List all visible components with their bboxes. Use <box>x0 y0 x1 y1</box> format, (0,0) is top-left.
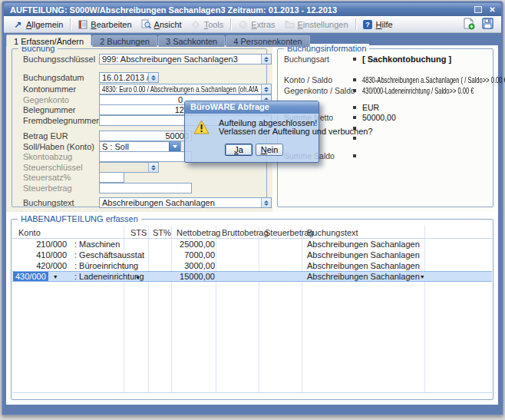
col-header-steuer: Steuerbetrag <box>259 228 302 239</box>
no-button[interactable]: Nein <box>256 144 283 156</box>
dropdown-icon[interactable]: ▼ <box>135 275 140 280</box>
table-bottom-line <box>12 392 492 393</box>
cell-konto-edit[interactable]: 430/000 <box>13 272 48 281</box>
field-label: Betrag EUR <box>23 131 68 141</box>
info-row: Konto / Saldo 4830-Abschreibungen a.Sach… <box>284 75 490 85</box>
cell-buchungstext: Abschreibungen Sachanlagen <box>307 272 420 281</box>
field-label: Steuersatz% <box>23 173 71 182</box>
tab-personenkonten[interactable]: 4 Personenkonten <box>226 35 309 47</box>
buchungsschluessel-combo[interactable]: 999: Abschreibungen Sachanlagen3 <box>99 54 272 64</box>
dialog-titlebar[interactable]: BüroWARE Abfrage <box>185 101 319 114</box>
field-label: Buchungsschlüssel <box>23 55 95 64</box>
table-row[interactable]: 410/000 : Geschäftsausstat 7000,00 Absch… <box>12 250 492 260</box>
spinner-icon[interactable] <box>148 163 158 172</box>
bullet-icon <box>353 116 356 119</box>
arrow-ne-icon: ↗ <box>13 19 23 29</box>
restore-box-glyph <box>474 6 482 13</box>
info-value: [ Sachkontobuchung ] <box>362 55 451 64</box>
combo-value: 999: Abschreibungen Sachanlagen3 <box>100 55 261 64</box>
field-label: Soll/Haben (Konto) <box>23 142 94 151</box>
field-row: Buchungstext Abschreibungen Sachanlagen <box>23 197 259 208</box>
spinner-icon[interactable] <box>261 198 271 207</box>
tab-buchungen[interactable]: 2 Buchungen <box>92 35 157 47</box>
steuerbetrag-input[interactable] <box>99 183 192 193</box>
combo-value <box>100 163 148 172</box>
table-row-selected[interactable]: 430/000 ▼ : Ladeneinrichtung ▼ 15000,00 … <box>12 271 492 282</box>
combo-value: 16.01.2013 /M4 <box>100 73 148 82</box>
field-label: Buchungstext <box>23 198 74 207</box>
field-row: Buchungsschlüssel 999: Abschreibungen Sa… <box>23 54 259 64</box>
table-body: 210/000 : Maschinen 25000,00 Abschreibun… <box>12 239 492 282</box>
close-icon[interactable]: ✕ <box>487 5 498 15</box>
info-value: 4830-Abschreibungen a.Sachanlagen ( / Sa… <box>362 75 505 84</box>
save-icon[interactable] <box>482 18 493 31</box>
groupbox-haben-legend: HABENAUFTEILUNG erfassen <box>18 214 141 223</box>
yes-button[interactable]: Ja <box>225 144 252 156</box>
field-label: Steuerbetrag <box>23 184 72 193</box>
restore-icon[interactable] <box>472 5 484 15</box>
steuerschluessel-combo[interactable] <box>99 162 159 173</box>
tab-sachkonten[interactable]: 3 Sachkonten <box>158 35 225 47</box>
buchungstext-combo[interactable]: Abschreibungen Sachanlagen <box>99 197 272 208</box>
menu-bearbeiten[interactable]: Bearbeiten <box>73 18 136 31</box>
betrag-input[interactable] <box>99 131 192 141</box>
dropdown-arrow-icon[interactable] <box>169 142 180 151</box>
field-row: Steuersatz% <box>23 172 259 183</box>
menu-extras[interactable]: Extras <box>233 18 279 31</box>
cell-netto: 25000,00 <box>172 240 216 249</box>
menu-ansicht[interactable]: Ansicht <box>137 18 186 31</box>
menu-label: Einstellungen <box>298 20 348 29</box>
info-row: Buchungsart [ Sachkontobuchung ] <box>284 55 490 64</box>
panel-habenaufteilung: HABENAUFTEILUNG erfassen Konto STS ST% N… <box>6 212 498 405</box>
menu-tools[interactable]: Tools <box>186 18 229 31</box>
menu-separator <box>230 18 231 31</box>
col-header-stp: ST% <box>149 228 172 239</box>
bullet-icon <box>353 106 356 109</box>
notebook-icon <box>78 19 87 29</box>
dropdown-icon[interactable]: ▼ <box>53 274 58 279</box>
field-label: Gegenkonto <box>23 95 69 104</box>
combo-value: 4830: Euro 0.00 / Abschreibungen a.Sacha… <box>103 84 259 94</box>
menu-hilfe[interactable]: ? Hilfe <box>358 18 398 31</box>
info-label: Konto / Saldo <box>284 75 332 84</box>
cell-konto: 420/000 <box>12 261 71 270</box>
menu-separator <box>355 18 356 31</box>
sollhaben-combo[interactable]: S : Soll <box>99 141 181 152</box>
field-row: Steuerbetrag <box>23 183 259 193</box>
cell-konto-name: : Ladeneinrichtung <box>71 272 124 281</box>
skontoabzug-input[interactable] <box>99 151 192 162</box>
belegnummer-input[interactable] <box>99 104 192 115</box>
steuersatz-input[interactable] <box>99 172 124 183</box>
col-header-buchungstext: Buchungstext <box>302 228 425 239</box>
spinner-icon[interactable] <box>261 55 271 64</box>
kontonummer-combo[interactable]: 4830: Euro 0.00 / Abschreibungen a.Sacha… <box>99 84 272 94</box>
menu-allgemein[interactable]: ↗ Allgemein <box>8 18 68 31</box>
magnifier-icon <box>141 19 151 29</box>
spinner-icon[interactable] <box>261 84 271 94</box>
tab-strip: 1 Erfassen/Ändern 2 Buchungen 3 Sachkont… <box>6 35 311 47</box>
titlebar[interactable]: AUFTEILUNG: S000W/Abschreibungen Sachanl… <box>4 3 501 16</box>
combo-value: S : Soll <box>100 142 169 151</box>
warning-icon <box>193 120 210 136</box>
new-document-icon[interactable] <box>463 18 475 31</box>
menu-einstellungen[interactable]: Einstellungen <box>280 18 353 31</box>
cell-buchungstext: Abschreibungen Sachanlagen <box>302 261 425 270</box>
spinner-icon[interactable] <box>148 73 158 82</box>
dialog-buroware-abfrage: BüroWARE Abfrage Aufteilung abgeschlosse… <box>184 101 319 163</box>
tab-erfassen-aendern[interactable]: 1 Erfassen/Ändern <box>6 35 91 47</box>
app-window: AUFTEILUNG: S000W/Abschreibungen Sachanl… <box>2 1 503 415</box>
bulb-icon <box>238 19 248 29</box>
help-icon: ? <box>363 20 372 29</box>
info-row: Gegenkonto / Saldo 430/000-Ladeneinricht… <box>284 86 490 96</box>
table-row[interactable]: 420/000 : Büroeinrichtung 3000,00 Abschr… <box>12 260 492 271</box>
info-label: Gegenkonto / Saldo <box>284 86 355 95</box>
cell-buchungstext: Abschreibungen Sachanlagen <box>302 240 425 249</box>
groupbox-habenaufteilung: HABENAUFTEILUNG erfassen Konto STS ST% N… <box>11 219 493 400</box>
table-row[interactable]: 210/000 : Maschinen 25000,00 Abschreibun… <box>12 239 492 250</box>
combo-value: Abschreibungen Sachanlagen <box>100 198 261 207</box>
cell-konto-name: : Maschinen <box>71 240 124 249</box>
buchungsdatum-combo[interactable]: 16.01.2013 /M4 <box>99 72 159 83</box>
dropdown-icon[interactable]: ▼ <box>420 274 425 279</box>
info-label: Buchungsart <box>284 55 329 64</box>
info-value: 50000,00 <box>362 113 396 122</box>
